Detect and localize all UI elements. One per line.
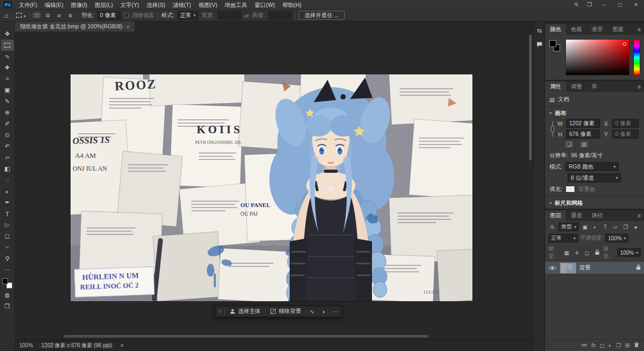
lock-all-icon[interactable] bbox=[593, 249, 601, 256]
delete-layer-icon[interactable] bbox=[634, 342, 639, 349]
menu-edit[interactable]: 编辑(E) bbox=[41, 0, 67, 10]
canvas-y-input[interactable]: 0 像素 bbox=[612, 129, 639, 139]
lasso-icon[interactable]: ∿ bbox=[306, 306, 318, 317]
anti-alias-checkbox[interactable] bbox=[124, 13, 129, 18]
tab-adjustments[interactable]: 调整 bbox=[566, 81, 587, 92]
shape-tool[interactable]: ◻ bbox=[1, 231, 14, 242]
panel-menu-icon[interactable]: ≡ bbox=[634, 210, 644, 221]
menu-type[interactable]: 文字(Y) bbox=[117, 0, 143, 10]
crop-tool[interactable]: ⌗ bbox=[1, 73, 14, 85]
close-icon[interactable]: ✕ bbox=[628, 0, 644, 10]
healing-brush-tool[interactable]: ⊕ bbox=[1, 107, 14, 118]
canvas-height-input[interactable]: 676 像素 bbox=[566, 129, 600, 139]
dodge-tool[interactable]: ◐ bbox=[1, 186, 14, 197]
foreground-color-swatch[interactable] bbox=[2, 278, 8, 284]
status-expand-icon[interactable]: > bbox=[120, 342, 123, 348]
menu-plugins[interactable]: 增效工具 bbox=[221, 0, 251, 10]
pen-tool[interactable]: ✒ bbox=[1, 197, 14, 208]
tab-properties[interactable]: 属性 bbox=[545, 81, 566, 92]
bit-depth-select[interactable]: 8 位/通道▾ bbox=[568, 173, 621, 182]
menu-window[interactable]: 窗口(W) bbox=[251, 0, 279, 10]
blur-tool[interactable]: ◌ bbox=[1, 174, 14, 186]
color-mode-select[interactable]: RGB 颜色▾ bbox=[565, 162, 619, 171]
drag-handle-icon[interactable]: ⠿ bbox=[215, 309, 224, 314]
tab-color[interactable]: 颜色 bbox=[545, 24, 566, 35]
menu-view[interactable]: 视图(V) bbox=[195, 0, 221, 10]
new-layer-icon[interactable]: ⊞ bbox=[625, 342, 630, 348]
foreground-color-swatch[interactable] bbox=[549, 40, 556, 47]
select-subject-button[interactable]: 选择主体 bbox=[225, 306, 265, 317]
filter-type-select[interactable]: 类型▾ bbox=[558, 223, 579, 231]
panel-menu-icon[interactable]: ≡ bbox=[634, 24, 644, 35]
filter-toggle-icon[interactable]: ● bbox=[632, 224, 640, 230]
collapse-icon[interactable]: ▾ bbox=[549, 111, 552, 116]
tab-paths[interactable]: 路径 bbox=[587, 210, 608, 221]
move-tool[interactable]: ✥ bbox=[1, 28, 14, 40]
menu-filter[interactable]: 滤镜(T) bbox=[169, 0, 195, 10]
filter-smart-objects-icon[interactable]: ❐ bbox=[622, 224, 630, 230]
layer-effects-icon[interactable]: fx bbox=[592, 342, 596, 348]
adjustments-icon[interactable]: ◗ bbox=[318, 306, 330, 317]
hue-slider[interactable] bbox=[633, 39, 640, 75]
filter-shape-layers-icon[interactable]: ▱ bbox=[611, 224, 619, 230]
rulers-grids-section-label[interactable]: 标尺和网格 bbox=[555, 200, 583, 207]
zoom-tool[interactable]: ⚲ bbox=[1, 253, 14, 264]
lock-transparency-icon[interactable]: ▦ bbox=[563, 250, 571, 256]
panel-menu-icon[interactable]: ≡ bbox=[634, 81, 644, 92]
horizontal-scrollbar[interactable] bbox=[18, 335, 525, 338]
layer-row-background[interactable]: 背景 bbox=[545, 261, 644, 274]
brush-tool[interactable]: ✐ bbox=[1, 118, 14, 129]
type-tool[interactable]: T bbox=[1, 208, 14, 219]
vertical-scrollbar[interactable] bbox=[529, 35, 532, 331]
quick-mask-button[interactable]: ◍ bbox=[1, 289, 14, 301]
lock-position-icon[interactable]: ✛ bbox=[573, 250, 581, 256]
canvas-viewport[interactable]: ROOZ KOIIS PETH ONGONDHEL JIIL OSSIS 1S … bbox=[15, 32, 533, 339]
eyedropper-tool[interactable]: ✎ bbox=[1, 96, 14, 107]
tab-layers[interactable]: 图层 bbox=[545, 210, 566, 221]
blend-mode-select[interactable]: 正常▾ bbox=[548, 234, 578, 242]
menu-help[interactable]: 帮助(H) bbox=[279, 0, 306, 10]
filter-adjustment-layers-icon[interactable]: ◐ bbox=[591, 224, 599, 230]
restore-icon[interactable]: ▢ bbox=[612, 0, 628, 10]
swap-dimensions-icon[interactable]: ⇄ bbox=[244, 12, 249, 19]
tab-channels[interactable]: 通道 bbox=[566, 210, 587, 221]
rectangular-marquee-tool[interactable] bbox=[1, 40, 14, 51]
link-dimensions-icon[interactable] bbox=[549, 121, 556, 137]
minimize-icon[interactable]: ─ bbox=[596, 0, 612, 10]
remove-background-button[interactable]: 移除背景 bbox=[266, 306, 306, 317]
menu-file[interactable]: 文件(F) bbox=[15, 0, 41, 10]
style-select[interactable]: 正常▾ bbox=[177, 11, 198, 20]
saturation-brightness-field[interactable] bbox=[565, 39, 630, 75]
filter-pixel-layers-icon[interactable]: ▣ bbox=[581, 224, 589, 230]
crop-canvas-icon[interactable]: ❏ bbox=[563, 140, 575, 149]
new-selection-icon[interactable]: □ bbox=[33, 12, 41, 18]
zoom-level[interactable]: 100% bbox=[19, 342, 33, 348]
add-layer-mask-icon[interactable]: ◻ bbox=[600, 342, 604, 348]
current-tool-preset[interactable]: ▾ bbox=[16, 12, 26, 19]
collapse-icon[interactable]: ▾ bbox=[549, 201, 552, 205]
hand-tool[interactable]: ☞ bbox=[1, 242, 14, 253]
new-group-icon[interactable]: ❐ bbox=[616, 342, 621, 348]
path-selection-tool[interactable]: ▷ bbox=[1, 219, 14, 231]
layer-visibility-eye-icon[interactable] bbox=[547, 265, 557, 271]
history-panel-icon[interactable]: ⇆ bbox=[535, 27, 544, 35]
subtract-from-selection-icon[interactable]: ⧄ bbox=[55, 12, 63, 19]
opacity-input[interactable]: 100%▾ bbox=[606, 234, 629, 242]
comments-panel-icon[interactable] bbox=[535, 41, 544, 49]
filter-type-layers-icon[interactable]: T bbox=[601, 224, 609, 230]
canvas-x-input[interactable]: 0 像素 bbox=[612, 119, 639, 128]
menu-layer[interactable]: 图层(L) bbox=[91, 0, 117, 10]
width-input[interactable] bbox=[218, 11, 241, 20]
color-swatch-pair[interactable] bbox=[549, 39, 562, 75]
trim-canvas-icon[interactable]: ▤ bbox=[578, 140, 590, 149]
intersect-selection-icon[interactable]: ⧈ bbox=[66, 12, 74, 19]
more-options-icon[interactable]: ⋯ bbox=[330, 306, 342, 317]
quick-selection-tool[interactable]: ❖ bbox=[1, 62, 14, 73]
feather-input[interactable]: 0 像素 bbox=[97, 11, 121, 20]
app-logo-icon[interactable]: Ps bbox=[3, 1, 12, 8]
add-to-selection-icon[interactable]: ⧉ bbox=[44, 12, 52, 19]
canvas-fill-swatch[interactable] bbox=[565, 186, 575, 193]
canvas-image[interactable]: ROOZ KOIIS PETH ONGONDHEL JIIL OSSIS 1S … bbox=[71, 74, 472, 301]
menu-select[interactable]: 选择(S) bbox=[143, 0, 169, 10]
lasso-tool[interactable]: ∿ bbox=[1, 51, 14, 62]
